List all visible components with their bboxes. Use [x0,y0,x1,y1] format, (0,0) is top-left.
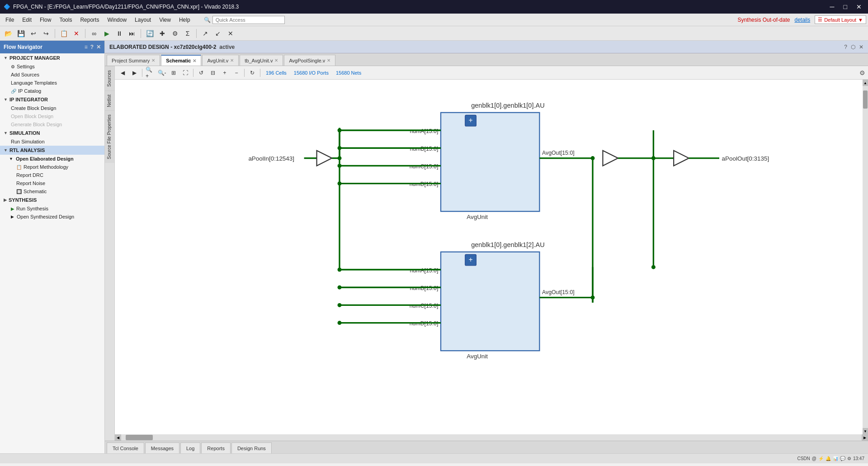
menu-tools[interactable]: Tools [56,15,75,24]
flow-nav-controls[interactable]: ≡ ? ✕ [85,44,101,50]
close-button[interactable]: ✕ [854,2,864,11]
nav-run-synthesis[interactable]: ▶ Run Synthesis [0,204,104,213]
elab-controls[interactable]: ? ⬡ ✕ [844,44,863,50]
bottom-tab-tcl-console[interactable]: Tcl Console [107,442,144,453]
maximize-button[interactable]: □ [841,2,850,11]
tab-project-summary-close[interactable]: ✕ [151,58,155,63]
minimize-button[interactable]: ─ [827,2,837,11]
tab-tb-avgunit-close[interactable]: ✕ [274,58,278,63]
scroll-right-btn[interactable]: ▶ [862,434,868,441]
nav-control-close[interactable]: ✕ [96,44,101,50]
toolbar-undo-btn[interactable]: ↩ [28,28,39,39]
nav-settings[interactable]: ⚙ Settings [0,62,104,71]
section-simulation-header[interactable]: ▼ SIMULATION [0,128,104,138]
toolbar-x-btn[interactable]: ✕ [225,28,236,39]
nav-control-expand[interactable]: ≡ [85,44,88,50]
scroll-up-btn[interactable]: ▲ [863,80,868,86]
cells-info[interactable]: 196 Cells [263,70,289,76]
sch-cycle-btn[interactable]: ↻ [247,68,257,78]
scroll-left-btn[interactable]: ◀ [115,434,121,441]
scroll-thumb[interactable] [863,90,868,109]
nav-ip-catalog[interactable]: 🔗 IP Catalog [0,87,104,95]
sch-zoom-in-btn[interactable]: 🔍+ [145,68,155,78]
toolbar-settings-btn[interactable]: ⚙ [170,28,180,39]
tab-schematic[interactable]: Schematic ✕ [161,55,201,66]
menu-edit[interactable]: Edit [19,15,35,24]
menu-reports[interactable]: Reports [76,15,103,24]
toolbar-run-btn[interactable]: ▶ [101,28,112,39]
menu-layout[interactable]: Layout [131,15,155,24]
toolbar-delete-btn[interactable]: ✕ [71,28,82,39]
netlist-panel-tab[interactable]: Netlist [105,90,114,111]
sch-minus-btn[interactable]: − [231,68,241,78]
toolbar-arrow2-btn[interactable]: ↙ [212,28,223,39]
layout-dropdown[interactable]: ☰ Default Layout ▼ [815,15,866,24]
right-scrollbar[interactable]: ▲ ▼ [863,80,868,434]
toolbar-arrow1-btn[interactable]: ↗ [200,28,211,39]
nav-report-drc[interactable]: Report DRC [0,171,104,179]
toolbar-save-btn[interactable]: 💾 [15,28,26,39]
menu-flow[interactable]: Flow [36,15,55,24]
toolbar-pause-btn[interactable]: ⏸ [114,28,125,39]
schematic-canvas[interactable]: genblk1[0].genblk1[0].AU + numA[15:0] nu… [115,80,868,434]
section-project-manager-header[interactable]: ▼ PROJECT MANAGER [0,53,104,62]
source-file-properties-panel-tab[interactable]: Source File Properties [105,110,114,163]
toolbar-sigma-btn[interactable]: Σ [182,28,193,39]
section-synthesis-header[interactable]: ▶ SYNTHESIS [0,195,104,204]
menu-window[interactable]: Window [104,15,130,24]
sch-settings-btn[interactable]: ⚙ [859,69,865,76]
elab-float-icon[interactable]: ⬡ [851,44,855,50]
sch-forward-btn[interactable]: ▶ [129,68,139,78]
ports-info[interactable]: 15680 I/O Ports [291,70,331,76]
nav-control-help[interactable]: ? [90,44,94,50]
nets-info[interactable]: 15680 Nets [333,70,364,76]
tab-project-summary[interactable]: Project Summary ✕ [107,55,160,66]
bottom-tab-messages[interactable]: Messages [145,442,179,453]
toolbar-checkmark-btn[interactable]: ∞ [89,28,99,39]
tab-avgunit-close[interactable]: ✕ [230,58,234,63]
tab-avgpoolsingle-close[interactable]: ✕ [327,58,330,63]
nav-schematic[interactable]: 🔲 Schematic [0,187,104,195]
scroll-down-btn[interactable]: ▼ [863,428,868,434]
nav-report-methodology[interactable]: 📋 Report Methodology [0,163,104,171]
horizontal-scroll-thumb[interactable] [126,435,153,440]
section-ip-integrator-header[interactable]: ▼ IP INTEGRATOR [0,95,104,104]
nav-create-block-design[interactable]: Create Block Design [0,104,104,112]
toolbar-add-btn[interactable]: ✚ [157,28,168,39]
bottom-tab-log[interactable]: Log [180,442,200,453]
bottom-tab-design-runs[interactable]: Design Runs [231,442,272,453]
nav-open-elaborated-design[interactable]: ▼ Open Elaborated Design [0,155,104,163]
bottom-tab-reports[interactable]: Reports [201,442,231,453]
toolbar-redo-btn[interactable]: ↪ [41,28,52,39]
menu-help[interactable]: Help [175,15,194,24]
toolbar-open-btn[interactable]: 📂 [3,28,14,39]
sch-refresh-btn[interactable]: ↺ [196,68,206,78]
sch-add2-btn[interactable]: + [220,68,230,78]
bottom-scrollbar[interactable]: ◀ ▶ [115,434,868,441]
tab-schematic-close[interactable]: ✕ [193,58,196,63]
sch-fullscreen-btn[interactable]: ⛶ [180,68,190,78]
menu-view[interactable]: View [156,15,175,24]
details-link[interactable]: details [794,17,810,23]
sch-back-btn[interactable]: ◀ [118,68,127,78]
nav-run-simulation[interactable]: Run Simulation [0,138,104,146]
nav-open-synthesized-design[interactable]: ▶ Open Synthesized Design [0,213,104,221]
toolbar-copy-btn[interactable]: 📋 [58,28,69,39]
nav-report-noise[interactable]: Report Noise [0,179,104,187]
tab-avgunit-v[interactable]: AvgUnit.v ✕ [202,55,239,66]
section-rtl-analysis-header[interactable]: ▼ RTL ANALYSIS [0,146,104,155]
tab-tb-avgunit-v[interactable]: tb_AvgUnit.v ✕ [240,55,283,66]
elab-help-icon[interactable]: ? [844,44,847,50]
tab-avgpoolsingle-v[interactable]: AvgPoolSingle.v ✕ [284,55,335,66]
sources-panel-tab[interactable]: Sources [105,66,114,90]
nav-language-templates[interactable]: Language Templates [0,79,104,87]
window-controls[interactable]: ─ □ ✕ [827,2,864,11]
nav-add-sources[interactable]: Add Sources [0,71,104,79]
sch-zoom-out-btn[interactable]: 🔍- [157,68,167,78]
menu-file[interactable]: File [2,15,18,24]
sch-align-btn[interactable]: ⊟ [208,68,218,78]
toolbar-step-btn[interactable]: ⏭ [127,28,137,39]
sch-fit-btn[interactable]: ⊞ [169,68,179,78]
quick-access-input[interactable] [212,16,285,24]
toolbar-refresh-btn[interactable]: 🔄 [144,28,155,39]
